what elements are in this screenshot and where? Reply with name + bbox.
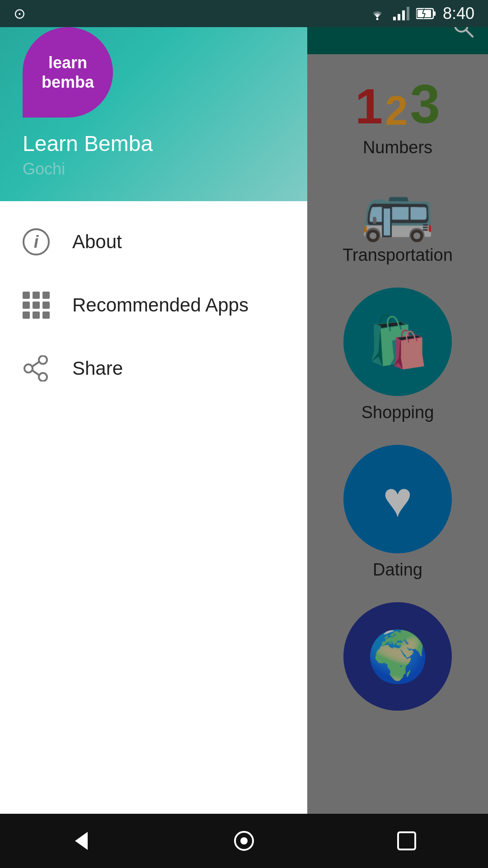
status-bar-left-icons: ⊙ <box>14 5 26 22</box>
svg-point-14 <box>39 373 47 381</box>
status-bar: ⊙ 8:40 <box>0 0 488 27</box>
share-icon <box>23 355 50 382</box>
recent-button[interactable] <box>384 818 429 863</box>
wifi-icon <box>368 7 386 20</box>
app-name: Learn Bemba <box>23 131 153 156</box>
app-subtitle: Gochi <box>23 160 65 179</box>
drawer-item-about[interactable]: i About <box>0 210 307 274</box>
svg-rect-6 <box>433 11 436 16</box>
app-logo-text: learn bemba <box>42 53 94 92</box>
home-button[interactable] <box>221 818 267 863</box>
signal-icon <box>393 7 409 20</box>
navigation-drawer: learn bemba Learn Bemba Gochi i About <box>0 0 307 868</box>
svg-point-0 <box>376 18 378 20</box>
drawer-menu: i About Recommended Apps <box>0 201 307 868</box>
dim-overlay <box>307 0 488 868</box>
svg-rect-21 <box>398 832 415 849</box>
svg-point-15 <box>24 364 33 373</box>
svg-point-20 <box>240 837 248 844</box>
svg-marker-18 <box>75 832 88 850</box>
drawer-header: learn bemba Learn Bemba Gochi <box>0 0 307 201</box>
about-label: About <box>72 231 122 253</box>
info-icon: i <box>23 228 50 255</box>
svg-rect-3 <box>402 10 405 20</box>
svg-line-17 <box>32 370 39 375</box>
signal-indicator: ⊙ <box>14 5 26 22</box>
share-label: Share <box>72 358 123 379</box>
svg-line-16 <box>32 362 39 367</box>
grid-icon <box>23 292 50 319</box>
recommended-apps-label: Recommended Apps <box>72 294 249 316</box>
svg-rect-2 <box>398 14 400 20</box>
back-button[interactable] <box>59 818 104 863</box>
svg-rect-1 <box>393 17 396 20</box>
status-icons: 8:40 <box>368 4 474 23</box>
app-logo: learn bemba <box>23 27 113 118</box>
navigation-bar <box>0 814 488 868</box>
drawer-item-share[interactable]: Share <box>0 337 307 400</box>
status-time: 8:40 <box>443 4 474 23</box>
drawer-item-recommended-apps[interactable]: Recommended Apps <box>0 274 307 337</box>
battery-icon <box>416 8 436 19</box>
svg-point-13 <box>39 356 47 364</box>
svg-rect-4 <box>407 7 409 20</box>
